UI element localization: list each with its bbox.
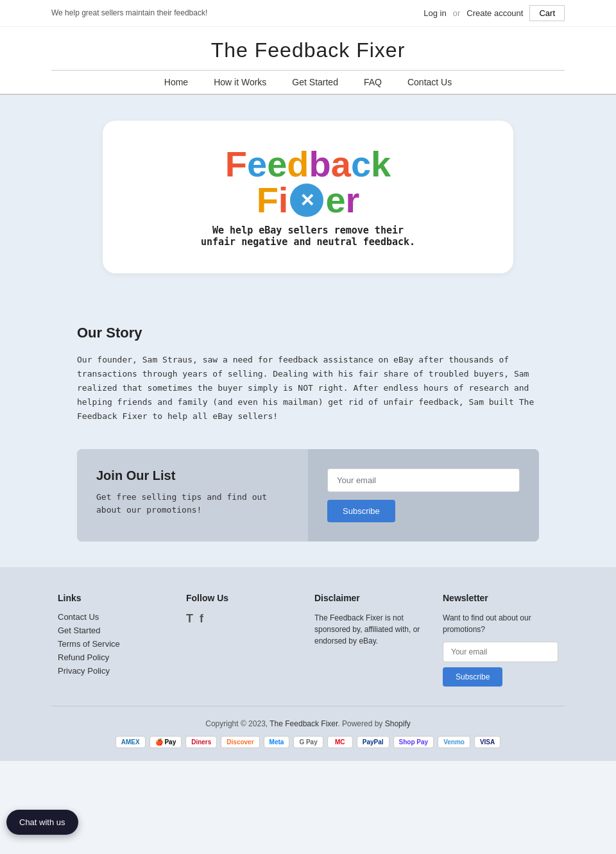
site-header: The Feedback Fixer [0, 27, 616, 71]
footer-disclaimer-col: Disclaimer The Feedback Fixer is not spo… [308, 593, 436, 687]
payment-icons: AMEX 🍎 Pay Diners Discover Meta G Pay MC… [51, 736, 565, 748]
footer-links-col: Links Contact Us Get Started Terms of Se… [51, 593, 180, 687]
footer-disclaimer-text: The Feedback Fixer is not sponsored by, … [314, 612, 430, 647]
top-bar-actions: Log in or Create account Cart [424, 5, 565, 21]
payment-visa: VISA [474, 736, 501, 748]
create-account-link[interactable]: Create account [466, 8, 523, 18]
letter-k: k [371, 146, 391, 182]
main-nav: Home How it Works Get Started FAQ Contac… [0, 71, 616, 95]
letter-F: F [225, 146, 247, 182]
facebook-icon[interactable]: f [200, 612, 203, 626]
payment-apple: 🍎 Pay [150, 736, 182, 748]
footer-terms[interactable]: Terms of Service [58, 639, 173, 649]
payment-discover: Discover [221, 736, 259, 748]
footer-subscribe-button[interactable]: Subscribe [443, 667, 502, 687]
letter-a: a [331, 146, 351, 182]
footer-disclaimer-heading: Disclaimer [314, 593, 430, 603]
nav-how-it-works[interactable]: How it Works [214, 77, 266, 87]
letter-r: r [346, 182, 360, 218]
x-circle-icon: ✕ [290, 184, 323, 217]
footer-follow-heading: Follow Us [186, 593, 302, 603]
footer-follow-col: Follow Us T f [180, 593, 308, 687]
x-letter: ✕ [300, 190, 314, 211]
letter-e: e [247, 146, 267, 182]
join-subscribe-button[interactable]: Subscribe [327, 500, 395, 522]
hero-image-box: F e e d b a c k F i ✕ e r We help eBay s… [103, 121, 513, 273]
footer-newsletter-heading: Newsletter [443, 593, 558, 603]
nav-home[interactable]: Home [164, 77, 188, 87]
twitter-icon[interactable]: T [186, 612, 193, 626]
letter-b: b [309, 146, 331, 182]
nav-faq[interactable]: FAQ [364, 77, 382, 87]
our-story-section: Our Story Our founder, Sam Straus, saw a… [0, 299, 616, 449]
footer-get-started[interactable]: Get Started [58, 626, 173, 635]
our-story-heading: Our Story [77, 325, 539, 341]
payment-google: G Pay [293, 736, 323, 748]
footer-links-heading: Links [58, 593, 173, 603]
nav-get-started[interactable]: Get Started [292, 77, 338, 87]
footer-newsletter-desc: Want to find out about our promotions? [443, 612, 558, 635]
payment-venmo: Venmo [438, 736, 470, 748]
join-description: Get free selling tips and find out about… [96, 491, 289, 516]
payment-amex: AMEX [116, 736, 146, 748]
join-heading: Join Our List [96, 468, 289, 483]
hero-section: F e e d b a c k F i ✕ e r We help eBay s… [0, 95, 616, 299]
footer-contact-us[interactable]: Contact Us [58, 612, 173, 622]
join-right: Subscribe [308, 449, 539, 542]
hero-logo-fixer: F i ✕ e r [141, 182, 475, 218]
top-bar-tagline: We help great sellers maintain their fee… [51, 8, 207, 19]
footer-bottom: Copyright © 2023, The Feedback Fixer. Po… [51, 706, 565, 748]
hero-logo: F e e d b a c k F i ✕ e r [141, 146, 475, 218]
footer-email-input[interactable] [443, 642, 558, 662]
letter-e3: e [325, 182, 345, 218]
join-section: Join Our List Get free selling tips and … [0, 449, 616, 567]
letter-e2: e [267, 146, 287, 182]
nav-contact-us[interactable]: Contact Us [407, 77, 452, 87]
footer: Links Contact Us Get Started Terms of Se… [0, 567, 616, 761]
payment-paypal: PayPal [357, 736, 389, 748]
hero-tagline: We help eBay sellers remove theirunfair … [141, 225, 475, 248]
letter-d: d [287, 146, 309, 182]
payment-mastercard: MC [327, 736, 353, 748]
copyright-text: Copyright © 2023, The Feedback Fixer. Po… [51, 719, 565, 728]
payment-diners: Diners [185, 736, 217, 748]
payment-meta: Meta [264, 736, 290, 748]
login-link[interactable]: Log in [424, 8, 446, 18]
join-left: Join Our List Get free selling tips and … [77, 449, 308, 542]
payment-shop: Shop Pay [393, 736, 434, 748]
footer-brand-link[interactable]: The Feedback Fixer [270, 719, 338, 728]
join-box: Join Our List Get free selling tips and … [77, 449, 539, 542]
social-icons: T f [186, 612, 302, 626]
cart-button[interactable]: Cart [529, 5, 565, 21]
join-email-input[interactable] [327, 468, 520, 492]
letter-i: i [278, 182, 289, 218]
site-title: The Feedback Fixer [0, 38, 616, 62]
hero-logo-feedback: F e e d b a c k [141, 146, 475, 182]
footer-refund[interactable]: Refund Policy [58, 653, 173, 662]
letter-c: c [351, 146, 371, 182]
or-text: or [453, 8, 461, 18]
letter-F2: F [257, 182, 278, 218]
footer-columns: Links Contact Us Get Started Terms of Se… [51, 593, 565, 687]
top-bar: We help great sellers maintain their fee… [0, 0, 616, 27]
footer-privacy[interactable]: Privacy Policy [58, 666, 173, 676]
footer-newsletter-col: Newsletter Want to find out about our pr… [436, 593, 565, 687]
our-story-body: Our founder, Sam Straus, saw a need for … [77, 353, 539, 423]
shopify-link[interactable]: Shopify [385, 719, 411, 728]
